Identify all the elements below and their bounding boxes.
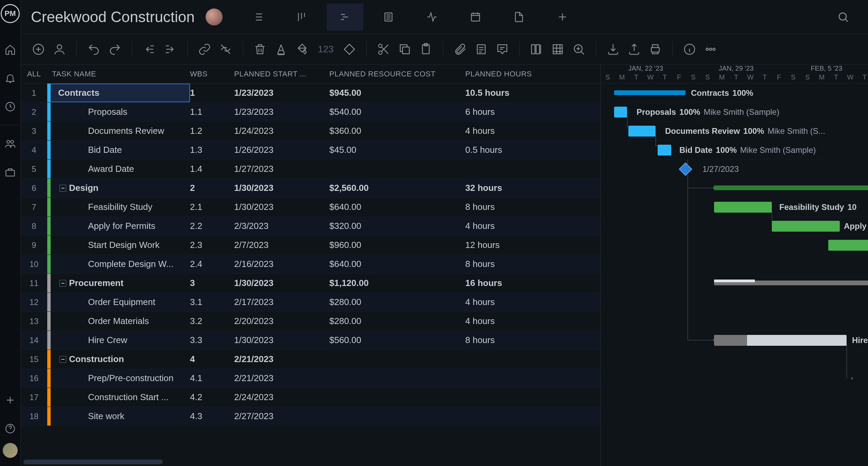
hours-cell[interactable]: 16 hours: [465, 274, 594, 292]
attachment-icon[interactable]: [453, 42, 468, 57]
view-file-icon[interactable]: [501, 3, 537, 31]
start-cell[interactable]: 2/21/2023: [234, 350, 329, 369]
add-task-button[interactable]: [31, 42, 46, 57]
wbs-cell[interactable]: 1.4: [190, 160, 234, 178]
wbs-cell[interactable]: 1.1: [190, 103, 234, 121]
cost-cell[interactable]: $945.00: [329, 84, 465, 102]
task-name-cell[interactable]: −Procurement: [47, 274, 190, 292]
start-cell[interactable]: 2/7/2023: [234, 236, 329, 254]
redo-icon[interactable]: [107, 42, 122, 57]
col-wbs[interactable]: WBS: [190, 65, 234, 83]
gantt-bar-bid[interactable]: [658, 145, 671, 156]
cost-cell[interactable]: $560.00: [329, 331, 465, 350]
col-start[interactable]: PLANNED START ...: [234, 65, 329, 83]
task-name-cell[interactable]: Documents Review: [47, 122, 190, 140]
hours-cell[interactable]: [465, 407, 594, 426]
team-icon[interactable]: [3, 137, 17, 150]
task-name-cell[interactable]: Proposals: [47, 103, 190, 121]
user-avatar[interactable]: [3, 443, 18, 458]
info-icon[interactable]: [682, 42, 697, 57]
start-cell[interactable]: 2/16/2023: [234, 255, 329, 273]
search-icon[interactable]: [825, 3, 862, 31]
import-icon[interactable]: [606, 42, 621, 57]
hours-cell[interactable]: 4 hours: [465, 293, 594, 311]
columns-icon[interactable]: [529, 42, 544, 57]
delete-icon[interactable]: [253, 42, 267, 57]
col-all[interactable]: ALL: [21, 65, 47, 83]
gantt-chart[interactable]: JAN, 22 '23JAN, 29 '23FEB, 5 '23 SMTWTFS…: [601, 65, 868, 466]
view-sheet-icon[interactable]: [370, 3, 407, 31]
cost-cell[interactable]: $280.00: [329, 312, 465, 330]
briefcase-icon[interactable]: [3, 165, 17, 179]
hours-cell[interactable]: 8 hours: [465, 198, 594, 216]
task-name-cell[interactable]: Site work: [47, 407, 190, 426]
collapse-icon[interactable]: −: [59, 356, 66, 363]
hours-cell[interactable]: 4 hours: [465, 122, 594, 140]
milestone-icon[interactable]: [342, 42, 357, 57]
wbs-cell[interactable]: 3: [190, 274, 234, 292]
task-name-cell[interactable]: −Design: [47, 179, 190, 197]
unlink-icon[interactable]: [218, 42, 233, 57]
hours-cell[interactable]: [465, 350, 594, 369]
home-icon[interactable]: [3, 43, 17, 56]
hours-cell[interactable]: 4 hours: [465, 312, 594, 330]
project-avatar[interactable]: [206, 8, 223, 25]
wbs-cell[interactable]: 1.3: [190, 141, 234, 159]
task-name-cell[interactable]: Contracts: [47, 84, 190, 102]
table-row[interactable]: 15 −Construction 4 2/21/2023: [21, 350, 600, 369]
start-cell[interactable]: 1/27/2023: [234, 160, 329, 178]
hours-cell[interactable]: 4 hours: [465, 217, 594, 235]
table-row[interactable]: 6 −Design 2 1/30/2023 $2,560.00 32 hours: [21, 179, 600, 198]
hours-cell[interactable]: 10.5 hours: [465, 84, 594, 102]
view-add-icon[interactable]: [544, 3, 581, 31]
grid-icon[interactable]: [550, 42, 565, 57]
wbs-cell[interactable]: 3.2: [190, 312, 234, 330]
wbs-cell[interactable]: 3.1: [190, 293, 234, 311]
gantt-bar-design[interactable]: [714, 185, 868, 190]
start-cell[interactable]: 1/23/2023: [234, 84, 329, 102]
start-cell[interactable]: 1/30/2023: [234, 331, 329, 350]
gantt-bar-startdesign[interactable]: [828, 240, 868, 251]
wbs-cell[interactable]: 4.1: [190, 369, 234, 388]
table-row[interactable]: 14 Hire Crew 3.3 1/30/2023 $560.00 8 hou…: [21, 331, 600, 350]
copy-icon[interactable]: [397, 42, 412, 57]
task-name-cell[interactable]: Apply for Permits: [47, 217, 190, 235]
hours-cell[interactable]: [465, 388, 594, 407]
cost-cell[interactable]: $640.00: [329, 198, 465, 216]
table-row[interactable]: 18 Site work 4.3 2/27/2023: [21, 407, 600, 426]
print-icon[interactable]: [648, 42, 663, 57]
task-name-cell[interactable]: Construction Start ...: [47, 388, 190, 407]
cost-cell[interactable]: [329, 350, 465, 369]
hours-cell[interactable]: 6 hours: [465, 103, 594, 121]
text-style-icon[interactable]: [274, 42, 289, 57]
gantt-body[interactable]: Contracts 100% Proposals 100% Mike Smith…: [601, 84, 868, 466]
hours-cell[interactable]: 32 hours: [465, 179, 594, 197]
table-row[interactable]: 4 Bid Date 1.3 1/26/2023 $45.00 0.5 hour…: [21, 141, 600, 160]
task-name-cell[interactable]: Feasibility Study: [47, 198, 190, 216]
gantt-bar-apply[interactable]: [772, 221, 840, 232]
table-row[interactable]: 10 Complete Design W... 2.4 2/16/2023 $6…: [21, 255, 600, 274]
start-cell[interactable]: 2/3/2023: [234, 217, 329, 235]
start-cell[interactable]: 2/17/2023: [234, 293, 329, 311]
start-cell[interactable]: 1/23/2023: [234, 103, 329, 121]
wbs-cell[interactable]: 2.3: [190, 236, 234, 254]
gantt-bar-feas[interactable]: [714, 202, 772, 213]
hours-cell[interactable]: 8 hours: [465, 331, 594, 350]
add-icon[interactable]: [3, 393, 17, 407]
task-name-cell[interactable]: Order Equipment: [47, 293, 190, 311]
wbs-cell[interactable]: 4: [190, 350, 234, 369]
gantt-bar-hire[interactable]: [714, 335, 847, 346]
zoom-icon[interactable]: [571, 42, 586, 57]
cost-cell[interactable]: [329, 388, 465, 407]
assign-user-icon[interactable]: [52, 42, 67, 57]
cost-cell[interactable]: $360.00: [329, 122, 465, 140]
wbs-cell[interactable]: 1: [190, 84, 234, 102]
cost-cell[interactable]: [329, 369, 465, 388]
hours-cell[interactable]: [465, 160, 594, 178]
link-icon[interactable]: [197, 42, 212, 57]
table-row[interactable]: 5 Award Date 1.4 1/27/2023: [21, 160, 600, 179]
start-cell[interactable]: 2/24/2023: [234, 388, 329, 407]
horizontal-scrollbar[interactable]: [21, 458, 600, 466]
wbs-cell[interactable]: 2.2: [190, 217, 234, 235]
view-list-icon[interactable]: [240, 3, 276, 31]
